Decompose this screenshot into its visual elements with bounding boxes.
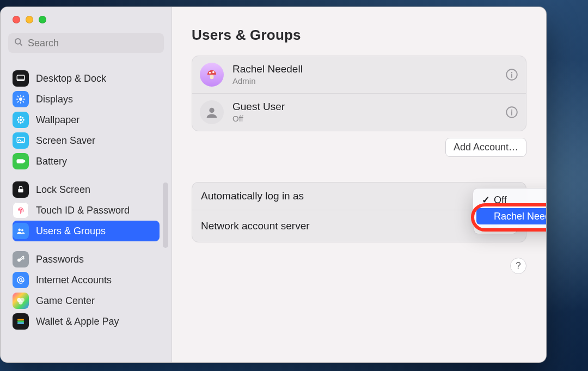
content-pane: Users & Groups Rachel Needell Admin (172, 7, 546, 362)
info-icon (505, 68, 519, 82)
svg-point-17 (23, 119, 24, 120)
lock-icon (13, 181, 29, 198)
at-icon (13, 272, 29, 288)
dropdown-item-rachel[interactable]: Rachel Needell (476, 208, 547, 224)
svg-point-14 (20, 116, 21, 118)
svg-line-11 (17, 101, 19, 102)
user-role: Off (232, 114, 285, 123)
sidebar-item-label: Internet Accounts (36, 275, 112, 286)
search-field[interactable] (8, 33, 164, 53)
desktop-icon (13, 70, 29, 87)
user-info-button[interactable] (504, 67, 519, 82)
system-settings-window: Desktop & Dock Displays Wallpaper (0, 7, 547, 363)
sidebar-item-passwords[interactable]: Passwords (13, 249, 160, 270)
screensaver-icon (13, 132, 29, 149)
svg-point-40 (511, 72, 512, 73)
sidebar-item-internet-accounts[interactable]: Internet Accounts (13, 270, 160, 290)
svg-line-9 (17, 96, 19, 97)
users-list: Rachel Needell Admin Guest User Off (192, 56, 526, 131)
sidebar-item-wallpaper[interactable]: Wallpaper (13, 110, 160, 130)
sidebar-item-desktop-dock[interactable]: Desktop & Dock (13, 68, 160, 89)
search-input[interactable] (28, 38, 158, 49)
dropdown-item-off[interactable]: ✓ Off (476, 192, 547, 208)
svg-rect-22 (17, 137, 24, 143)
sidebar-item-label: Game Center (36, 295, 95, 307)
setting-label: Automatically log in as (201, 190, 304, 202)
svg-line-1 (20, 43, 22, 45)
svg-point-36 (209, 72, 211, 74)
add-account-button[interactable]: Add Account… (445, 138, 526, 157)
user-row[interactable]: Rachel Needell Admin (192, 56, 526, 93)
wallet-icon (13, 313, 29, 330)
svg-point-15 (20, 122, 21, 124)
svg-rect-2 (17, 75, 24, 81)
checkmark-icon: ✓ (482, 194, 489, 206)
sidebar-item-label: Passwords (36, 254, 84, 265)
battery-icon (13, 153, 29, 169)
sidebar-item-lock-screen[interactable]: Lock Screen (13, 179, 160, 200)
info-icon (505, 105, 519, 119)
sidebar-item-label: Lock Screen (36, 184, 90, 196)
sidebar-item-screen-saver[interactable]: Screen Saver (13, 130, 160, 151)
search-icon (14, 37, 23, 49)
sidebar-item-label: Wallet & Apple Pay (36, 316, 119, 327)
minimize-window-dot[interactable] (26, 16, 33, 23)
sidebar-item-touch-id[interactable]: Touch ID & Password (13, 200, 160, 221)
svg-point-42 (209, 108, 214, 113)
gamecenter-icon (13, 293, 29, 309)
dropdown-item-label: Rachel Needell (494, 211, 547, 222)
svg-point-18 (18, 117, 20, 119)
svg-rect-25 (18, 189, 23, 193)
page-title: Users & Groups (192, 27, 526, 44)
svg-rect-24 (24, 161, 25, 162)
sidebar-item-game-center[interactable]: Game Center (13, 290, 160, 311)
svg-point-16 (17, 119, 19, 120)
svg-point-21 (22, 121, 23, 123)
user-info-button[interactable] (504, 105, 519, 120)
svg-rect-34 (17, 321, 24, 323)
help-button[interactable]: ? (510, 258, 526, 274)
user-role: Admin (232, 76, 303, 86)
sun-icon (13, 91, 29, 107)
svg-line-12 (23, 96, 24, 97)
fullscreen-window-dot[interactable] (39, 16, 46, 23)
svg-line-10 (23, 101, 24, 102)
sidebar-scrollbar[interactable] (163, 183, 168, 248)
sidebar-item-label: Desktop & Dock (36, 73, 106, 84)
avatar (200, 63, 224, 87)
sidebar-item-users-groups[interactable]: Users & Groups (13, 221, 160, 241)
svg-point-13 (20, 119, 22, 121)
sidebar-scroll[interactable]: Desktop & Dock Displays Wallpaper (1, 57, 171, 362)
svg-point-27 (21, 229, 23, 232)
auto-login-dropdown[interactable]: ✓ Off Rachel Needell (473, 188, 547, 228)
svg-point-37 (212, 71, 215, 73)
sidebar-item-label: Displays (36, 94, 73, 105)
svg-point-26 (19, 229, 21, 232)
people-icon (13, 223, 29, 239)
svg-point-20 (18, 121, 20, 123)
sidebar-item-label: Wallpaper (36, 114, 79, 126)
svg-point-4 (19, 98, 22, 101)
svg-point-19 (22, 117, 23, 119)
svg-rect-23 (17, 160, 23, 163)
svg-rect-38 (210, 75, 214, 79)
svg-rect-33 (17, 319, 24, 321)
user-name: Guest User (232, 101, 285, 113)
avatar (200, 100, 224, 124)
dropdown-item-label: Off (494, 194, 507, 206)
svg-point-44 (511, 110, 512, 111)
sidebar-item-label: Screen Saver (36, 135, 95, 147)
sidebar-item-displays[interactable]: Displays (13, 89, 160, 110)
user-row[interactable]: Guest User Off (192, 93, 526, 131)
key-icon (13, 251, 29, 267)
sidebar-item-wallet[interactable]: Wallet & Apple Pay (13, 311, 160, 332)
sidebar-item-label: Battery (36, 156, 67, 167)
sidebar-item-battery[interactable]: Battery (13, 151, 160, 172)
svg-point-32 (19, 300, 23, 305)
sidebar: Desktop & Dock Displays Wallpaper (1, 7, 172, 362)
close-window-dot[interactable] (13, 16, 20, 23)
sidebar-item-label: Touch ID & Password (36, 205, 130, 216)
flower-icon (13, 112, 29, 128)
sidebar-item-label: Users & Groups (36, 226, 106, 237)
window-controls (1, 7, 171, 23)
